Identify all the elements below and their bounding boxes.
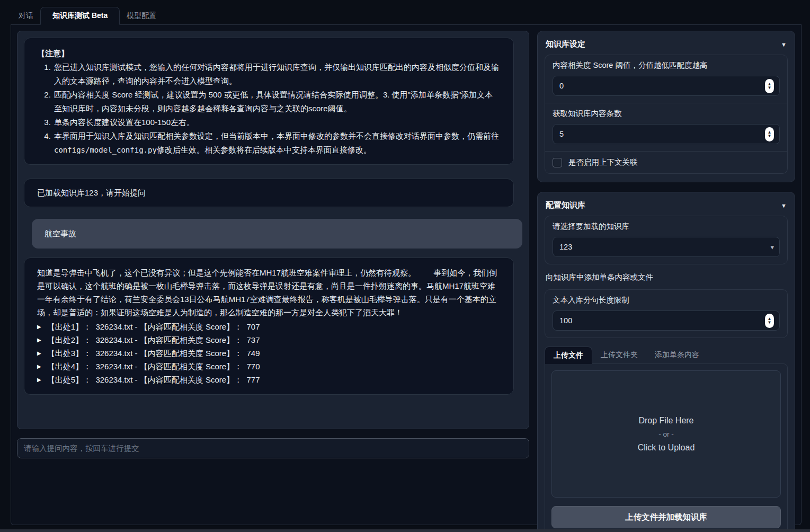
expand-arrow-icon: ▶ [37,373,41,386]
message-text: 知道是导弹击中飞机了，这个已没有异议；但是这个先例能否在MH17航班空难案件审理… [37,266,501,319]
message-text: 航空事故 [44,227,510,241]
notice-text: 您已进入知识库测试模式，您输入的任何对话内容都将用于进行知识库查询，并仅输出知识… [54,63,499,85]
dropdown-caret-icon: ▾ [770,243,774,251]
expand-arrow-icon: ▶ [37,347,41,360]
kb-config-title: 配置知识库 [546,200,585,210]
code-text: configs/model_config.py [54,146,157,154]
bottom-edge-strip [0,529,810,532]
score-threshold-label: 内容相关度 Score 阈值，分值越低匹配度越高 [553,60,780,70]
source-text: 【出处4】： 326234.txt - 【内容匹配相关度 Score】： 770 [47,360,260,373]
tab-0[interactable]: 对话 [12,7,40,24]
source-text: 【出处3】： 326234.txt - 【内容匹配相关度 Score】： 749 [47,347,260,360]
sentence-limit-label: 文本入库分句长度限制 [553,295,780,305]
source-expander-3[interactable]: ▶【出处3】： 326234.txt - 【内容匹配相关度 Score】： 74… [37,347,501,360]
spinner-down-icon[interactable]: ▼ [768,134,772,138]
top-k-input[interactable]: 5 ▲ ▼ [553,124,780,144]
accordion-collapse-icon: ▼ [781,202,787,209]
top-k-value: 5 [559,130,564,138]
context-checkbox-label: 是否启用上下文关联 [568,157,638,167]
spinner-down-icon[interactable]: ▼ [768,321,772,324]
tab-1[interactable]: 知识库测试 Beta [40,7,120,25]
source-expander-5[interactable]: ▶【出处5】： 326234.txt - 【内容匹配相关度 Score】： 77… [37,373,501,386]
spinner-down-icon[interactable]: ▼ [768,86,772,90]
kb-settings-form: 内容相关度 Score 阈值，分值越低匹配度越高 0 ▲ ▼ 获取知识库内容条数… [545,55,788,174]
context-toggle-row: 是否启用上下文关联 [545,151,787,173]
kb-settings-header[interactable]: 知识库设定 ▼ [545,36,788,55]
notice-list: 您已进入知识库测试模式，您输入的任何对话内容都将用于进行知识库查询，并仅输出知识… [37,60,501,157]
kb-select-label: 请选择要加载的知识库 [553,221,780,232]
notice-item-1: 您已进入知识库测试模式，您输入的任何对话内容都将用于进行知识库查询，并仅输出知识… [53,60,501,88]
main-tab-bar: 对话知识库测试 Beta模型配置 [11,7,802,25]
notice-text: 单条内容长度建议设置在100-150左右。 [54,118,194,127]
upload-tab-0[interactable]: 上传文件 [545,347,592,364]
accordion-collapse-icon: ▼ [781,41,787,48]
kb-settings-title: 知识库设定 [546,39,585,49]
file-dropzone[interactable]: Drop File Here - or - Click to Upload [551,370,781,498]
chat-messages: 已加载知识库123，请开始提问航空事故知道是导弹击中飞机了，这个已没有异议；但是… [24,179,522,395]
score-threshold-group: 内容相关度 Score 阈值，分值越低匹配度越高 0 ▲ ▼ [545,55,787,103]
sentence-limit-form: 文本入库分句长度限制 100 ▲ ▼ [545,289,788,338]
dropzone-line3: Click to Upload [638,443,695,453]
kb-settings-accordion: 知识库设定 ▼ 内容相关度 Score 阈值，分值越低匹配度越高 0 ▲ ▼ 获… [537,31,795,182]
source-expander-4[interactable]: ▶【出处4】： 326234.txt - 【内容匹配相关度 Score】： 77… [37,360,501,373]
kb-config-header[interactable]: 配置知识库 ▼ [545,197,788,216]
source-expander-1[interactable]: ▶【出处1】： 326234.txt - 【内容匹配相关度 Score】： 70… [37,320,501,333]
upload-tab-bar: 上传文件上传文件夹添加单条内容 [545,347,788,363]
score-threshold-input[interactable]: 0 ▲ ▼ [553,76,780,96]
number-spinner-icon[interactable]: ▲ ▼ [765,314,774,328]
settings-column: 知识库设定 ▼ 内容相关度 Score 阈值，分值越低匹配度越高 0 ▲ ▼ 获… [537,31,795,519]
source-text: 【出处5】： 326234.txt - 【内容匹配相关度 Score】： 777 [47,373,260,386]
expand-arrow-icon: ▶ [37,320,41,333]
source-text: 【出处1】： 326234.txt - 【内容匹配相关度 Score】： 707 [47,320,260,333]
upload-and-load-button[interactable]: 上传文件并加载知识库 [551,506,781,528]
tab-2[interactable]: 模型配置 [120,7,163,24]
bot-message-0: 已加载知识库123，请开始提问 [24,179,514,207]
context-checkbox[interactable] [553,158,562,167]
upload-tab-1[interactable]: 上传文件夹 [592,347,646,363]
sentence-limit-value: 100 [559,316,572,325]
notice-text: 本界面用于知识入库及知识匹配相关参数设定，但当前版本中，本界面中修改的参数并不会… [54,131,499,140]
dropzone-line2: - or - [658,430,674,438]
chatbot-area: 【注意】 您已进入知识库测试模式，您输入的任何对话内容都将用于进行知识库查询，并… [17,31,529,429]
notice-title: 【注意】 [37,47,501,60]
question-input[interactable] [17,438,529,458]
top-k-label: 获取知识库内容条数 [553,109,780,119]
add-content-label: 向知识库中添加单条内容或文件 [546,272,787,282]
expand-arrow-icon: ▶ [37,333,41,347]
notice-item-2: 匹配内容相关度 Score 经测试，建议设置为 500 或更低，具体设置情况请结… [53,88,501,116]
kb-select-value: 123 [559,243,572,251]
source-list: ▶【出处1】： 326234.txt - 【内容匹配相关度 Score】： 70… [37,320,501,386]
notice-text: 匹配内容相关度 Score 经测试，建议设置为 500 或更低，具体设置情况请结… [54,90,493,113]
source-expander-2[interactable]: ▶【出处2】： 326234.txt - 【内容匹配相关度 Score】： 73… [37,333,501,347]
source-text: 【出处2】： 326234.txt - 【内容匹配相关度 Score】： 737 [47,333,260,347]
kb-select-group: 请选择要加载的知识库 123 ▾ [545,216,787,264]
number-spinner-icon[interactable]: ▲ ▼ [765,127,774,141]
sentence-limit-input[interactable]: 100 ▲ ▼ [553,311,780,331]
dropzone-line1: Drop File Here [638,416,693,425]
expand-arrow-icon: ▶ [37,360,41,373]
chat-column: 【注意】 您已进入知识库测试模式，您输入的任何对话内容都将用于进行知识库查询，并… [17,31,529,519]
number-spinner-icon[interactable]: ▲ ▼ [765,79,774,93]
score-threshold-value: 0 [559,82,564,90]
upload-tab-2[interactable]: 添加单条内容 [646,347,708,363]
kb-select-dropdown[interactable]: 123 ▾ [553,237,780,257]
kb-test-panel: 【注意】 您已进入知识库测试模式，您输入的任何对话内容都将用于进行知识库查询，并… [11,25,802,525]
notice-box: 【注意】 您已进入知识库测试模式，您输入的任何对话内容都将用于进行知识库查询，并… [24,38,514,165]
top-k-group: 获取知识库内容条数 5 ▲ ▼ [545,103,787,151]
bot-message-2: 知道是导弹击中飞机了，这个已没有异议；但是这个先例能否在MH17航班空难案件审理… [24,258,514,395]
notice-item-4: 本界面用于知识入库及知识匹配相关参数设定，但当前版本中，本界面中修改的参数并不会… [53,129,501,157]
kb-config-accordion: 配置知识库 ▼ 请选择要加载的知识库 123 ▾ 向知识库中添加单条内容或文件 … [537,192,795,532]
upload-file-tabitem: Drop File Here - or - Click to Upload 上传… [545,363,788,532]
sentence-limit-group: 文本入库分句长度限制 100 ▲ ▼ [545,290,787,338]
user-message-1: 航空事故 [32,219,522,249]
notice-item-3: 单条内容长度建议设置在100-150左右。 [53,116,501,129]
notice-text: 修改后生效。相关参数将在后续版本中支持本界面直接修改。 [157,145,371,154]
message-text: 已加载知识库123，请开始提问 [37,186,501,200]
kb-select-form: 请选择要加载的知识库 123 ▾ [545,216,788,264]
